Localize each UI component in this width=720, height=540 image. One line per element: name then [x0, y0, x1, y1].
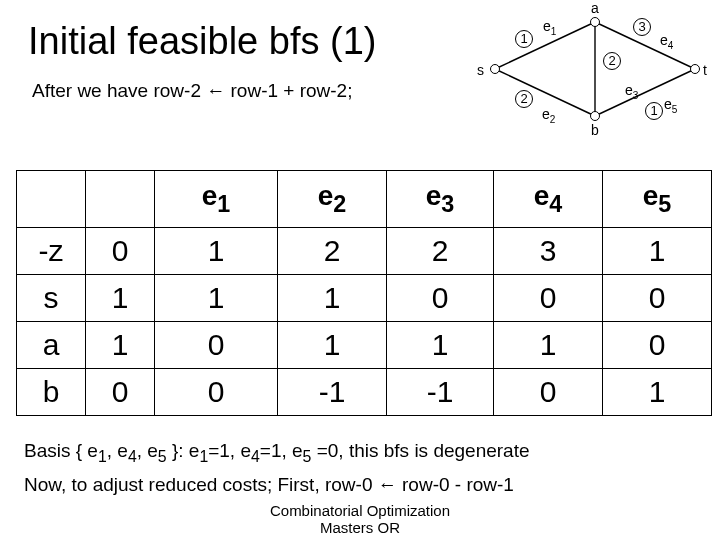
- basis-line: Basis { e1, e4, e5 }: e1=1, e4=1, e5 =0,…: [24, 440, 530, 466]
- table-header-row: e1 e2 e3 e4 e5: [17, 171, 712, 228]
- network-graph: s a b t e1 e2 e3 e4 e5 1 2 2 3 1: [485, 4, 710, 134]
- simplex-tableau: e1 e2 e3 e4 e5 -z 0 1 2 2 3 1 s 1 1 1 0 …: [16, 170, 712, 416]
- label-a: a: [591, 0, 599, 16]
- bullet-text: After we have row-2 ← row-1 + row-2;: [32, 80, 352, 102]
- cost-e1: 1: [515, 30, 533, 48]
- label-e2: e2: [542, 106, 555, 125]
- label-e1: e1: [543, 18, 556, 37]
- table-row: b 0 0 -1 -1 0 1: [17, 369, 712, 416]
- label-e3: e3: [625, 82, 638, 101]
- node-t: [690, 64, 700, 74]
- col-e5: e5: [603, 171, 712, 228]
- page-title: Initial feasible bfs (1): [28, 20, 377, 63]
- col-e1: e1: [155, 171, 278, 228]
- table-row: s 1 1 1 0 0 0: [17, 275, 712, 322]
- table-row: -z 0 1 2 2 3 1: [17, 228, 712, 275]
- table-row: a 1 0 1 1 1 0: [17, 322, 712, 369]
- row-label: b: [17, 369, 86, 416]
- cost-e4: 3: [633, 18, 651, 36]
- label-e5: e5: [664, 96, 677, 115]
- cost-e3: 2: [603, 52, 621, 70]
- cost-e5: 1: [645, 102, 663, 120]
- adjust-line: Now, to adjust reduced costs; First, row…: [24, 474, 514, 496]
- cost-e2: 2: [515, 90, 533, 108]
- label-b: b: [591, 122, 599, 138]
- col-e3: e3: [387, 171, 494, 228]
- node-s: [490, 64, 500, 74]
- col-e4: e4: [494, 171, 603, 228]
- col-e2: e2: [278, 171, 387, 228]
- row-label: a: [17, 322, 86, 369]
- row-label: -z: [17, 228, 86, 275]
- slide-footer: Combinatorial OptimizationMasters OR: [0, 502, 720, 536]
- node-b: [590, 111, 600, 121]
- label-e4: e4: [660, 32, 673, 51]
- row-label: s: [17, 275, 86, 322]
- label-s: s: [477, 62, 484, 78]
- node-a: [590, 17, 600, 27]
- label-t: t: [703, 62, 707, 78]
